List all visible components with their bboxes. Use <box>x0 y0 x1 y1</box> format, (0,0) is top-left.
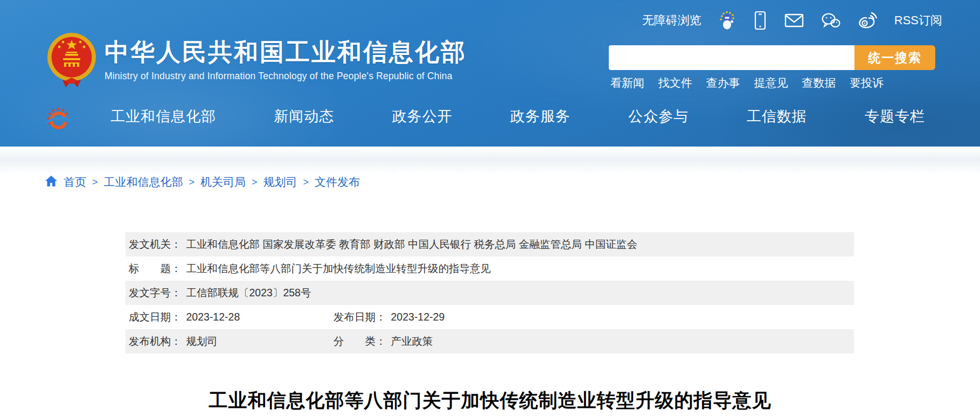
mail-icon[interactable] <box>784 13 804 28</box>
nav-item-public-participation[interactable]: 公众参与 <box>628 107 689 126</box>
search-input[interactable] <box>609 45 854 70</box>
breadcrumb-separator: > <box>92 177 98 188</box>
meta-row-title: 标 题：工业和信息化部等八部门关于加快传统制造业转型升级的指导意见 <box>126 256 854 281</box>
header-shadow-band <box>0 147 980 175</box>
main-nav: 工业和信息化部 新闻动态 政务公开 政务服务 公众参与 工信数据 专题专栏 <box>110 107 925 126</box>
meta-value: 产业政策 <box>391 335 433 347</box>
meta-label: 标 题： <box>129 262 182 274</box>
nav-item-special-topics[interactable]: 专题专栏 <box>865 107 925 126</box>
breadcrumb-miit[interactable]: 工业和信息化部 <box>104 175 183 190</box>
site-header: 无障碍浏览 <box>0 0 980 147</box>
meta-label: 发文机关： <box>129 238 182 250</box>
e-government-logo-icon[interactable] <box>45 107 71 135</box>
site-title-block: 中华人民共和国工业和信息化部 Ministry of Industry and … <box>105 30 467 82</box>
breadcrumb-home[interactable]: 首页 <box>64 175 86 190</box>
search-bar: 统一搜索 <box>609 45 935 70</box>
meta-label: 成文日期： <box>129 311 182 323</box>
meta-row-dates: 成文日期：2023-12-28 发布日期：2023-12-29 <box>126 305 854 329</box>
meta-row-document-number: 发文字号：工信部联规〔2023〕258号 <box>126 281 854 305</box>
document-meta-table: 发文机关：工业和信息化部 国家发展改革委 教育部 财政部 中国人民银行 税务总局… <box>126 232 854 353</box>
breadcrumb-separator: > <box>189 177 195 188</box>
meta-value: 工业和信息化部 国家发展改革委 教育部 财政部 中国人民银行 税务总局 金融监管… <box>186 238 637 250</box>
meta-label: 发文字号： <box>129 287 182 298</box>
national-emblem-icon <box>47 30 96 92</box>
site-subtitle: Ministry of Industry and Information Tec… <box>105 71 467 82</box>
meta-row-issuing-agencies: 发文机关：工业和信息化部 国家发展改革委 教育部 财政部 中国人民银行 税务总局… <box>126 232 854 256</box>
article-title: 工业和信息化部等八部门关于加快传统制造业转型升级的指导意见 <box>0 388 980 413</box>
utility-bar: 无障碍浏览 <box>642 11 942 30</box>
mobile-icon[interactable] <box>753 11 767 30</box>
meta-value: 2023-12-28 <box>186 311 240 323</box>
breadcrumb-document-release[interactable]: 文件发布 <box>315 175 360 190</box>
meta-label: 发布日期： <box>333 311 386 323</box>
nav-item-industry-data[interactable]: 工信数据 <box>747 107 807 126</box>
meta-value: 2023-12-29 <box>391 311 445 323</box>
meta-label: 分 类： <box>333 335 386 347</box>
quick-link-news[interactable]: 看新闻 <box>610 75 644 91</box>
breadcrumb-planning-dept[interactable]: 规划司 <box>263 175 297 190</box>
meta-value: 工信部联规〔2023〕258号 <box>186 287 311 298</box>
rss-link[interactable]: RSS订阅 <box>894 12 942 29</box>
meta-cell-category: 分 类：产业政策 <box>333 329 433 353</box>
breadcrumb-separator: > <box>303 177 309 188</box>
meta-label: 发布机构： <box>129 335 182 347</box>
accessibility-link[interactable]: 无障碍浏览 <box>642 12 701 29</box>
nav-item-miit[interactable]: 工业和信息化部 <box>110 107 216 126</box>
quick-links: 看新闻 找文件 查办事 提意见 查数据 要投诉 <box>610 75 884 91</box>
site-title: 中华人民共和国工业和信息化部 <box>105 40 467 64</box>
quick-link-complaint[interactable]: 要投诉 <box>850 75 884 91</box>
nav-item-news[interactable]: 新闻动态 <box>274 107 334 126</box>
weibo-icon[interactable] <box>858 12 877 29</box>
search-button[interactable]: 统一搜索 <box>854 45 935 70</box>
quick-link-files[interactable]: 找文件 <box>658 75 692 91</box>
quick-link-feedback[interactable]: 提意见 <box>754 75 788 91</box>
page: 无障碍浏览 <box>0 0 980 417</box>
quick-link-services[interactable]: 查办事 <box>706 75 740 91</box>
nav-item-gov-services[interactable]: 政务服务 <box>510 107 571 126</box>
breadcrumb-separator: > <box>252 177 258 188</box>
breadcrumb: 首页 > 工业和信息化部 > 机关司局 > 规划司 > 文件发布 <box>45 175 360 190</box>
meta-value: 工业和信息化部等八部门关于加快传统制造业转型升级的指导意见 <box>186 262 491 274</box>
nav-item-gov-disclosure[interactable]: 政务公开 <box>392 107 453 126</box>
wechat-icon[interactable] <box>821 12 840 29</box>
site-brand: 中华人民共和国工业和信息化部 Ministry of Industry and … <box>47 30 467 92</box>
meta-cell-publish-date: 发布日期：2023-12-29 <box>333 305 444 329</box>
meta-row-publisher-category: 发布机构：规划司 分 类：产业政策 <box>126 329 854 353</box>
home-icon[interactable] <box>45 175 58 190</box>
robot-mascot-icon[interactable] <box>719 11 736 30</box>
meta-value: 规划司 <box>186 335 218 347</box>
quick-link-data[interactable]: 查数据 <box>802 75 836 91</box>
breadcrumb-departments[interactable]: 机关司局 <box>200 175 246 190</box>
